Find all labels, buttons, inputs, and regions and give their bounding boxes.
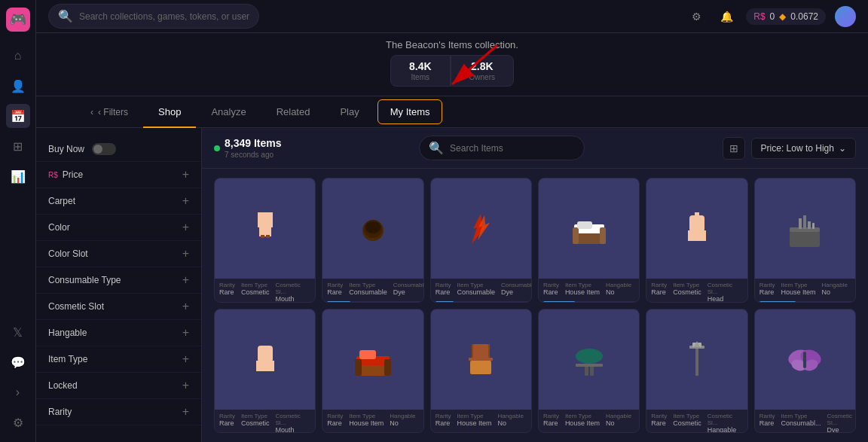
item-image <box>322 309 423 410</box>
filter-price[interactable]: R$ Price + <box>36 162 201 188</box>
filter-cosmetic-slot[interactable]: Cosmetic Slot + <box>36 294 201 320</box>
item-card[interactable]: Rarity Rare Item Type Consumable Consuma… <box>430 178 532 303</box>
items-count: 8,349 Items 7 seconds ago <box>214 137 282 159</box>
filter-consumable-type[interactable]: Consumable Type + <box>36 267 201 294</box>
tab-my-items[interactable]: My Items <box>377 99 443 124</box>
item-bar <box>327 432 418 433</box>
tab-shop[interactable]: Shop <box>143 97 196 128</box>
nav-profile[interactable]: 👤 <box>6 74 30 98</box>
currency-display: R$ 0 ◆ 0.0672 <box>746 8 826 25</box>
items-area: 8,349 Items 7 seconds ago 🔍 ⊞ Price: Low… <box>202 128 868 442</box>
search-input[interactable] <box>79 11 249 22</box>
tab-play[interactable]: Play <box>325 97 374 128</box>
filter-color-slot[interactable]: Color Slot + <box>36 241 201 267</box>
item-card[interactable]: Rarity Rare Item Type House Item Hangabl… <box>430 309 532 434</box>
filter-color[interactable]: Color + <box>36 215 201 241</box>
item-meta: Rarity Rare Item Type Consumabl... Cosme… <box>755 410 855 433</box>
sort-chevron-icon: ⌄ <box>839 143 846 154</box>
nav-grid[interactable]: ⊞ <box>6 134 30 158</box>
svg-rect-33 <box>470 361 491 374</box>
item-meta: Rarity Rare Item Type House Item Hangabl… <box>322 410 423 432</box>
item-card[interactable]: Rarity Rare Item Type Cosmetic Cosmetic … <box>646 178 747 303</box>
stat-items-value: 8.4K <box>409 60 432 72</box>
filter-locked[interactable]: Locked + <box>36 373 201 399</box>
item-card[interactable]: Rarity Rare Item Type House Item Hangabl… <box>754 178 856 303</box>
grid-view-button[interactable]: ⊞ <box>723 137 745 160</box>
svg-rect-29 <box>359 350 376 359</box>
robux-amount: 0 <box>770 11 775 22</box>
nav-calendar[interactable]: 📅 <box>6 104 30 128</box>
svg-rect-0 <box>258 212 273 227</box>
app-logo[interactable]: 🎮 <box>6 8 30 32</box>
nav-home[interactable]: ⌂ <box>6 44 30 68</box>
svg-rect-21 <box>803 215 806 229</box>
sort-dropdown[interactable]: Price: Low to High ⌄ <box>751 138 856 159</box>
nav-settings[interactable]: ⚙ <box>6 410 30 434</box>
item-image <box>322 178 423 279</box>
stat-items-label: Items <box>409 73 432 81</box>
nav-expand[interactable]: › <box>6 380 30 404</box>
items-search-input[interactable] <box>450 143 575 154</box>
svg-rect-12 <box>600 227 606 244</box>
nav-twitter[interactable]: 𝕏 <box>6 320 30 344</box>
filter-consumable-add-icon: + <box>182 273 189 287</box>
settings-icon[interactable]: ⚙ <box>686 6 707 27</box>
item-bar <box>327 301 418 302</box>
item-meta: Rarity Rare Item Type House Item Hangabl… <box>539 410 639 432</box>
bell-icon[interactable]: 🔔 <box>716 6 737 27</box>
item-card[interactable]: Rarity Rare Item Type Cosmetic Cosmetic … <box>214 309 316 434</box>
items-grid: Rarity Rare Item Type Cosmetic Cosmetic … <box>202 169 868 442</box>
svg-rect-16 <box>688 230 706 241</box>
items-search-icon: 🔍 <box>429 141 444 155</box>
filter-carpet[interactable]: Carpet + <box>36 188 201 215</box>
svg-rect-23 <box>258 346 273 362</box>
item-meta: Rarity Rare Item Type Cosmetic Cosmetic … <box>215 279 315 302</box>
item-card[interactable]: Rarity Rare Item Type Consumable Consuma… <box>322 178 423 303</box>
filter-item-type[interactable]: Item Type + <box>36 346 201 373</box>
item-card[interactable]: Rarity Rare Item Type House Item Hangabl… <box>538 178 640 303</box>
item-card[interactable]: Rarity Rare Item Type Consumabl... Cosme… <box>754 309 856 434</box>
sort-label: Price: Low to High <box>761 143 834 154</box>
filter-cosmetic-slot-add-icon: + <box>182 300 189 313</box>
global-search[interactable]: 🔍 <box>48 4 259 29</box>
tab-analyze[interactable]: Analyze <box>196 97 261 128</box>
filter-rarity[interactable]: Rarity + <box>36 399 201 425</box>
item-card[interactable]: Rarity Rare Item Type House Item Hangabl… <box>538 309 640 434</box>
item-bar <box>543 301 634 302</box>
collection-stats: 8.4K Items 2.8K Owners <box>48 55 856 87</box>
svg-point-6 <box>365 221 381 233</box>
item-bar <box>436 301 527 302</box>
item-image <box>215 178 315 279</box>
item-bar <box>543 432 634 433</box>
item-card[interactable]: Rarity Rare Item Type Cosmetic Cosmetic … <box>646 309 747 434</box>
item-card[interactable]: Rarity Rare Item Type Cosmetic Cosmetic … <box>214 178 316 303</box>
item-image <box>431 309 531 410</box>
filter-hangable[interactable]: Hangable + <box>36 320 201 346</box>
nav-chart[interactable]: 📊 <box>6 164 30 188</box>
live-indicator <box>214 145 220 151</box>
item-card[interactable]: Rarity Rare Item Type House Item Hangabl… <box>322 309 423 434</box>
filters-button[interactable]: ‹ ‹ Filters <box>81 101 137 123</box>
item-meta: Rarity Rare Item Type Cosmetic Cosmetic … <box>646 410 747 433</box>
items-search[interactable]: 🔍 <box>419 136 585 160</box>
filter-price-label: R$ Price <box>48 169 83 180</box>
item-bar <box>760 301 851 302</box>
filter-price-add-icon: + <box>182 168 189 181</box>
item-image <box>215 309 315 410</box>
wax-amount: 0.0672 <box>790 11 818 22</box>
items-updated: 7 seconds ago <box>225 151 282 159</box>
tab-related[interactable]: Related <box>261 97 326 128</box>
item-bar <box>436 432 527 433</box>
filter-item-type-add-icon: + <box>182 352 189 366</box>
item-image <box>755 309 855 410</box>
user-avatar[interactable] <box>835 6 856 27</box>
svg-point-35 <box>576 349 603 364</box>
item-meta: Rarity Rare Item Type Consumable Consuma… <box>431 279 531 301</box>
stat-owners: 2.8K Owners <box>451 55 514 87</box>
nav-discord[interactable]: 💬 <box>6 350 30 374</box>
collection-title: The Beacon's Items collection. <box>48 39 856 50</box>
filter-carpet-add-icon: + <box>182 194 189 208</box>
buy-now-toggle[interactable] <box>92 143 116 155</box>
wax-icon: ◆ <box>779 11 786 22</box>
collection-header: The Beacon's Items collection. 8.4K Item… <box>36 33 868 96</box>
